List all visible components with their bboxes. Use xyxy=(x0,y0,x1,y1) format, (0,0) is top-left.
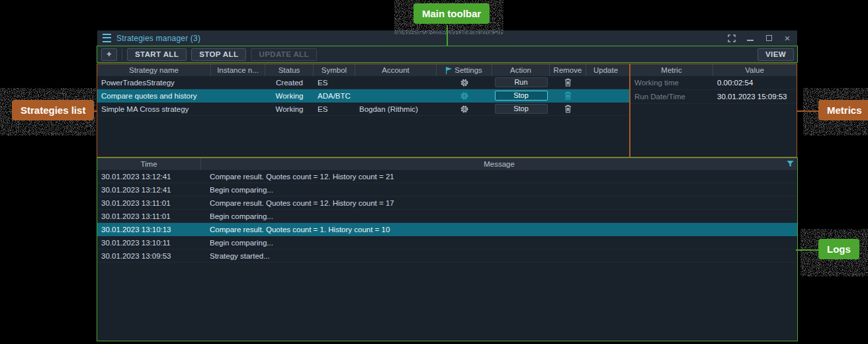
account-cell: Bogdan (Rithmic) xyxy=(355,103,437,115)
column-header-label: Update xyxy=(593,66,618,74)
strategies-header: Strategy nameInstance n...StatusSymbolAc… xyxy=(97,64,629,76)
strategy-row[interactable]: PowerTradesStrategyCreatedESRun xyxy=(97,76,629,89)
column-header-label: Remove xyxy=(554,66,582,74)
update-cell xyxy=(586,76,625,89)
account-cell xyxy=(355,76,437,89)
metric-value-cell: 30.01.2023 15:09:53 xyxy=(713,90,796,103)
column-header-settings[interactable]: Settings xyxy=(437,64,492,76)
stop-all-button[interactable]: STOP ALL xyxy=(191,48,246,61)
status-cell: Working xyxy=(265,89,314,102)
window-title: Strategies manager (3) xyxy=(116,34,200,43)
log-message-cell: Begin comparing... xyxy=(201,210,797,222)
log-message-cell: Strategy started... xyxy=(201,249,797,262)
view-button[interactable]: VIEW xyxy=(758,48,794,61)
log-row[interactable]: 30.01.2023 13:11:01Compare result. Quote… xyxy=(97,196,797,210)
strategy-row[interactable]: Simple MA Cross strategyWorkingESBogdan … xyxy=(97,103,629,116)
close-icon[interactable]: × xyxy=(783,34,792,43)
action-button[interactable]: Run xyxy=(495,77,548,87)
column-header-status[interactable]: Status xyxy=(265,64,314,76)
update-all-button[interactable]: UPDATE ALL xyxy=(251,48,317,61)
remove-trash-icon[interactable] xyxy=(550,76,586,89)
column-header-symbol[interactable]: Symbol xyxy=(314,64,355,76)
column-header-label: Strategy name xyxy=(129,66,179,74)
symbol-cell: ADA/BTC xyxy=(314,89,355,102)
annotation-metrics: Metrics xyxy=(818,100,868,120)
log-row[interactable]: 30.01.2023 13:11:01Begin comparing... xyxy=(97,210,797,223)
column-header-account[interactable]: Account xyxy=(355,64,437,76)
log-row[interactable]: 30.01.2023 13:12:41Begin comparing... xyxy=(97,183,797,196)
update-cell xyxy=(586,89,625,102)
strategies-rows: PowerTradesStrategyCreatedESRunCompare q… xyxy=(97,76,629,116)
metric-value-cell: 0.00:02:54 xyxy=(713,76,796,89)
column-header-label: Symbol xyxy=(322,66,347,74)
column-header-metric[interactable]: Metric xyxy=(630,64,713,76)
metrics-panel: MetricValue Working time0.00:02:54Run Da… xyxy=(630,64,797,157)
log-row[interactable]: 30.01.2023 13:10:13Compare result. Quote… xyxy=(97,223,797,236)
main-toolbar-connector xyxy=(447,25,448,46)
column-header-instance-n[interactable]: Instance n... xyxy=(211,64,265,76)
remove-trash-icon[interactable] xyxy=(550,103,586,115)
column-header-value[interactable]: Value xyxy=(713,64,796,76)
strategy-row[interactable]: Compare quotes and historyWorkingADA/BTC… xyxy=(97,89,629,103)
action-button[interactable]: Stop xyxy=(495,91,548,101)
metric-row[interactable]: Working time0.00:02:54 xyxy=(630,76,797,90)
annotation-logs: Logs xyxy=(818,239,859,259)
column-header-label: Account xyxy=(382,66,410,74)
logs-connector xyxy=(796,249,818,251)
start-all-button[interactable]: START ALL xyxy=(127,48,187,61)
minimize-icon[interactable] xyxy=(746,34,755,43)
metrics-rows: Working time0.00:02:54Run Date/Time30.01… xyxy=(630,76,797,104)
update-cell xyxy=(586,103,625,115)
log-time-cell: 30.01.2023 13:09:53 xyxy=(97,249,201,262)
log-message-cell: Compare result. Quotes count = 12. Histo… xyxy=(201,170,797,183)
strategies-manager-window: Strategies manager (3) × + START ALL STO… xyxy=(97,30,797,341)
log-time-cell: 30.01.2023 13:10:13 xyxy=(97,223,201,236)
strategy-name-cell: Compare quotes and history xyxy=(97,89,211,102)
log-row[interactable]: 30.01.2023 13:09:53Strategy started... xyxy=(97,249,797,263)
metrics-connector xyxy=(797,110,818,112)
log-row[interactable]: 30.01.2023 13:10:11Begin comparing... xyxy=(97,236,797,249)
strategy-name-cell: Simple MA Cross strategy xyxy=(97,103,211,115)
column-header-label: Time xyxy=(140,160,157,168)
log-time-cell: 30.01.2023 13:11:01 xyxy=(97,196,201,209)
metric-row[interactable]: Run Date/Time30.01.2023 15:09:53 xyxy=(630,90,797,104)
settings-gear-icon[interactable] xyxy=(437,76,492,89)
settings-gear-icon[interactable] xyxy=(437,103,492,115)
strategy-name-cell: PowerTradesStrategy xyxy=(97,76,211,89)
column-header-time[interactable]: Time xyxy=(97,158,201,170)
column-header-action[interactable]: Action xyxy=(492,64,550,76)
remove-trash-icon[interactable] xyxy=(550,89,586,102)
symbol-cell: ES xyxy=(314,76,355,89)
fullscreen-icon[interactable] xyxy=(727,34,736,43)
column-header-strategy-name[interactable]: Strategy name xyxy=(97,64,211,76)
logs-header: TimeMessage xyxy=(97,158,797,170)
column-header-label: Status xyxy=(279,66,300,74)
instance-name-cell xyxy=(211,76,265,89)
menu-icon[interactable] xyxy=(103,34,111,42)
strategies-list-panel: Strategy nameInstance n...StatusSymbolAc… xyxy=(97,64,630,157)
column-header-label: Metric xyxy=(661,66,681,74)
column-header-update[interactable]: Update xyxy=(586,64,625,76)
log-row[interactable]: 30.01.2023 13:12:41Compare result. Quote… xyxy=(97,170,797,183)
action-button[interactable]: Stop xyxy=(495,104,548,114)
logs-rows: 30.01.2023 13:12:41Compare result. Quote… xyxy=(97,170,797,263)
metric-name-cell: Run Date/Time xyxy=(630,90,713,103)
column-header-label: Value xyxy=(745,66,764,74)
log-time-cell: 30.01.2023 13:12:41 xyxy=(97,183,201,196)
column-header-label: Action xyxy=(510,66,531,74)
column-header-remove[interactable]: Remove xyxy=(550,64,586,76)
column-header-label: Settings xyxy=(455,66,482,74)
settings-gear-icon[interactable] xyxy=(437,89,492,102)
column-header-message[interactable]: Message xyxy=(201,158,797,170)
metric-name-cell: Working time xyxy=(630,76,713,89)
status-cell: Working xyxy=(265,103,314,115)
log-message-cell: Begin comparing... xyxy=(201,183,797,196)
annotation-main-toolbar: Main toolbar xyxy=(413,3,490,24)
status-cell: Created xyxy=(265,76,314,89)
screenshot-stage: Strategies manager (3) × + START ALL STO… xyxy=(0,0,868,344)
filter-icon[interactable] xyxy=(787,160,794,169)
logs-panel: TimeMessage 30.01.2023 13:12:41Compare r… xyxy=(97,157,798,341)
symbol-cell: ES xyxy=(314,103,355,115)
add-strategy-button[interactable]: + xyxy=(101,48,117,61)
maximize-icon[interactable] xyxy=(764,34,773,43)
